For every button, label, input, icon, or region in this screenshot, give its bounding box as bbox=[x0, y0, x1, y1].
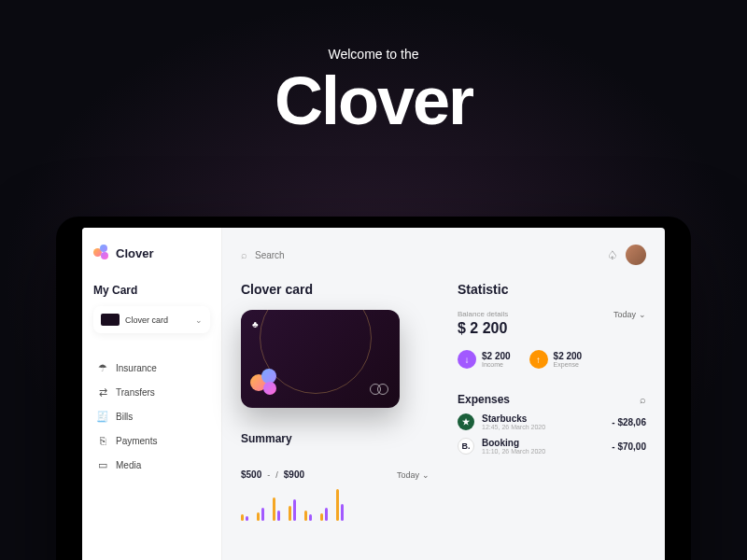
merchant-name: Booking bbox=[482, 438, 545, 448]
expense-row[interactable]: ★ Starbucks 12:45, 26 March 2020 - $28,0… bbox=[458, 413, 646, 430]
nav-label: Transfers bbox=[116, 387, 155, 398]
summary-title: Summary bbox=[241, 432, 292, 445]
sidebar-section-title: My Card bbox=[93, 284, 210, 297]
avatar[interactable] bbox=[626, 245, 646, 265]
nav-label: Media bbox=[116, 460, 141, 470]
nav-label: Bills bbox=[116, 412, 133, 422]
arrow-down-icon: ↓ bbox=[458, 350, 476, 369]
payments-icon: ⎘ bbox=[97, 435, 108, 446]
expenses-search-icon[interactable]: ⌕ bbox=[640, 394, 646, 405]
summary-filter[interactable]: Today ⌄ bbox=[397, 470, 430, 480]
nav-label: Payments bbox=[116, 436, 157, 446]
transaction-time: 11:10, 26 March 2020 bbox=[482, 448, 545, 455]
arrow-up-icon: ↑ bbox=[529, 350, 548, 369]
nav-item-payments[interactable]: ⎘Payments bbox=[93, 428, 210, 453]
app-screen: Clover My Card Clover card ⌄ ☂Insurance … bbox=[82, 228, 665, 560]
expense-pill: ↑ $2 200 Expense bbox=[529, 350, 583, 369]
sidebar: Clover My Card Clover card ⌄ ☂Insurance … bbox=[82, 228, 222, 560]
balance-amount: $ 2 200 bbox=[458, 320, 508, 337]
summary-filter-label: Today bbox=[397, 470, 419, 480]
summary-min: $500 bbox=[241, 469, 261, 480]
tablet-frame: Clover My Card Clover card ⌄ ☂Insurance … bbox=[56, 217, 691, 560]
summary-chart bbox=[241, 489, 430, 521]
transaction-time: 12:45, 26 March 2020 bbox=[482, 424, 545, 430]
brand-name: Clover bbox=[116, 246, 153, 260]
chevron-down-icon: ⌄ bbox=[639, 310, 646, 319]
search-input[interactable] bbox=[255, 250, 599, 260]
expense-row[interactable]: B. Booking 11:10, 26 March 2020 - $70,00 bbox=[458, 438, 646, 455]
umbrella-icon: ☂ bbox=[97, 362, 108, 373]
card-selector-label: Clover card bbox=[125, 315, 168, 325]
bills-icon: 🧾 bbox=[97, 411, 108, 422]
chevron-down-icon: ⌄ bbox=[422, 470, 430, 480]
merchant-icon: B. bbox=[458, 438, 474, 455]
card-logo-blob bbox=[248, 367, 282, 400]
nav-item-bills[interactable]: 🧾Bills bbox=[93, 404, 210, 428]
card-block-title: Clover card bbox=[241, 282, 430, 297]
income-label: Income bbox=[482, 361, 511, 368]
mastercard-icon bbox=[374, 382, 388, 399]
credit-card[interactable]: ♣ bbox=[241, 310, 400, 408]
topbar: ⌕ ♤ bbox=[241, 245, 646, 265]
statistic-filter[interactable]: Today ⌄ bbox=[613, 310, 646, 319]
nav-item-transfers[interactable]: ⇄Transfers bbox=[93, 380, 210, 404]
balance-label: Balance details bbox=[458, 310, 508, 318]
nav-item-media[interactable]: ▭Media bbox=[93, 453, 210, 477]
transfers-icon: ⇄ bbox=[97, 386, 108, 398]
merchant-name: Starbucks bbox=[482, 413, 545, 424]
notifications-icon[interactable]: ♤ bbox=[607, 248, 618, 262]
income-pill: ↓ $2 200 Income bbox=[458, 350, 511, 369]
club-icon: ♣ bbox=[252, 319, 259, 329]
expense-label: Expense bbox=[554, 361, 583, 368]
hero-subtitle: Welcome to the bbox=[0, 47, 747, 62]
transaction-amount: - $28,06 bbox=[612, 417, 646, 427]
merchant-icon: ★ bbox=[458, 413, 474, 430]
statistic-title: Statistic bbox=[458, 282, 646, 297]
nav-label: Insurance bbox=[116, 363, 157, 373]
chevron-down-icon: ⌄ bbox=[195, 315, 203, 325]
nav-item-insurance[interactable]: ☂Insurance bbox=[93, 356, 210, 380]
mini-card-icon bbox=[101, 314, 120, 326]
media-icon: ▭ bbox=[97, 459, 108, 470]
transaction-amount: - $70,00 bbox=[612, 441, 646, 452]
clover-logo-icon bbox=[93, 245, 110, 261]
nav-list: ☂Insurance ⇄Transfers 🧾Bills ⎘Payments ▭… bbox=[93, 356, 210, 477]
search-icon: ⌕ bbox=[241, 249, 247, 260]
income-amount: $2 200 bbox=[482, 351, 511, 361]
card-selector[interactable]: Clover card ⌄ bbox=[93, 306, 210, 333]
main-content: ⌕ ♤ Clover card ♣ bbox=[222, 228, 665, 560]
brand-logo[interactable]: Clover bbox=[93, 245, 210, 261]
expenses-title: Expenses bbox=[458, 393, 510, 406]
expense-amount: $2 200 bbox=[554, 351, 583, 361]
summary-max: $900 bbox=[284, 469, 304, 480]
statistic-filter-label: Today bbox=[613, 310, 636, 319]
hero-title: Clover bbox=[0, 67, 747, 134]
